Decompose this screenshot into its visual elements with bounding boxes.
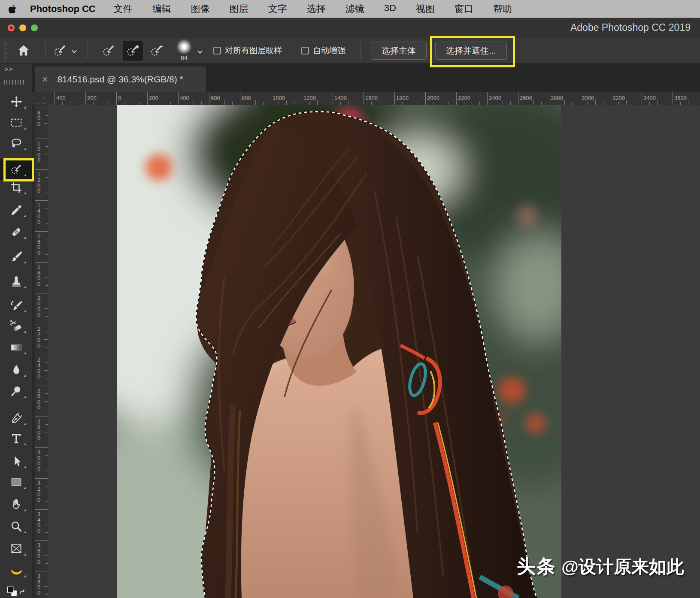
ruler-label: 2600 — [520, 95, 532, 101]
ruler-label: 1200 — [303, 95, 316, 101]
watermark-logo: 头条 — [517, 556, 556, 577]
ruler-label: 400 — [180, 95, 189, 101]
chevron-down-icon[interactable] — [197, 48, 203, 56]
tool-spot-healing-brush[interactable] — [0, 222, 32, 242]
ruler-label: 3200 — [37, 480, 41, 503]
subtract-from-selection-mode-button[interactable] — [147, 41, 167, 60]
tool-pen[interactable] — [0, 408, 32, 429]
divider — [171, 42, 171, 59]
options-bar-grip[interactable] — [4, 41, 7, 60]
apple-icon[interactable] — [9, 4, 17, 14]
sample-all-layers-checkbox[interactable]: 对所有图层取样 — [213, 38, 282, 63]
quick-selection-tool-preset[interactable] — [52, 42, 69, 59]
app-name[interactable]: Photoshop CC — [30, 3, 96, 15]
document-canvas-image[interactable] — [117, 105, 561, 598]
tool-type[interactable] — [0, 428, 32, 449]
tool-dodge[interactable] — [0, 381, 32, 402]
tool-zoom[interactable] — [0, 516, 32, 537]
menu-item-10[interactable]: 窗口 — [455, 3, 473, 15]
tool-lasso[interactable] — [0, 133, 32, 154]
document-tab[interactable]: × 814516.psd @ 36.3%(RGB/8) * — [35, 66, 206, 92]
expand-panel-button[interactable]: >> — [4, 66, 13, 73]
checkbox-icon — [301, 47, 309, 54]
close-tab-icon[interactable]: × — [42, 74, 48, 85]
tool-path-selection[interactable] — [0, 451, 32, 471]
brush-size-picker[interactable]: 64 — [174, 39, 194, 61]
ruler-label: 2800 — [551, 95, 563, 101]
new-selection-mode-button[interactable] — [99, 41, 118, 60]
ruler-label: 800 — [242, 95, 251, 101]
panel-grip[interactable] — [4, 80, 24, 85]
menu-item-11[interactable]: 帮助 — [493, 3, 512, 15]
chevron-down-icon[interactable] — [71, 48, 77, 55]
watermark-handle: @设计原来如此 — [561, 557, 684, 577]
tools-panel-header: >> — [0, 63, 32, 92]
tool-eraser[interactable] — [0, 316, 32, 336]
ruler-label: 2800 — [37, 419, 41, 441]
tool-banana[interactable] — [0, 560, 32, 581]
home-icon[interactable] — [16, 43, 31, 58]
brush-size-value: 64 — [174, 54, 194, 61]
horizontal-ruler[interactable]: 4002000200400600800100012001400160018002… — [48, 92, 700, 105]
divider — [88, 42, 88, 59]
ruler-label: 2600 — [37, 388, 41, 410]
tool-brush[interactable] — [0, 246, 32, 267]
checkbox-icon — [213, 47, 221, 54]
tool-eyedropper[interactable] — [0, 200, 32, 220]
divider — [45, 42, 46, 59]
select-subject-button[interactable]: 选择主体 — [371, 42, 427, 60]
ruler-label: 1600 — [37, 233, 41, 256]
tool-rectangular-marquee[interactable] — [0, 112, 32, 133]
tool-gradient[interactable] — [0, 337, 32, 358]
tool-options-bar: 64 对所有图层取样 自动增强 选择主体 选择并遮住... — [0, 38, 700, 63]
ruler-label: 3600 — [674, 95, 687, 101]
close-window-button[interactable] — [8, 24, 15, 31]
ruler-label: 2400 — [37, 357, 41, 379]
tool-clone-stamp[interactable] — [0, 271, 32, 292]
tool-history-brush[interactable] — [0, 295, 32, 316]
watermark: 头条@设计原来如此 — [517, 554, 684, 579]
tool-rectangle[interactable] — [0, 472, 32, 492]
document-tab-strip: >> × 814516.psd @ 36.3%(RGB/8) * — [0, 63, 700, 92]
tool-move[interactable] — [0, 92, 32, 112]
photoshop-window: Photoshop CC 文件编辑图像图层文字选择滤镜3D视图窗口帮助 Adob… — [0, 0, 700, 598]
menu-item-5[interactable]: 文字 — [268, 3, 287, 15]
menu-item-2[interactable]: 编辑 — [152, 3, 171, 15]
ruler-label: 3800 — [37, 573, 41, 595]
ruler-label: 3000 — [582, 95, 594, 101]
zoom-window-button[interactable] — [31, 24, 38, 31]
ruler-label: 3400 — [37, 511, 41, 534]
menu-item-9[interactable]: 视图 — [416, 3, 435, 15]
tool-frame[interactable] — [0, 538, 32, 559]
menu-item-4[interactable]: 图层 — [230, 3, 248, 15]
menu-item-1[interactable]: 文件 — [114, 3, 133, 15]
window-title: Adobe Photoshop CC 2019 — [570, 22, 691, 33]
ruler-origin-corner[interactable] — [32, 92, 48, 105]
ruler-label: 1800 — [37, 264, 41, 287]
ruler-label: 200 — [149, 95, 158, 101]
add-to-selection-mode-button[interactable] — [123, 41, 142, 60]
tool-color-swatches[interactable] — [0, 582, 32, 598]
auto-enhance-checkbox[interactable]: 自动增强 — [301, 38, 345, 63]
ruler-label: 1800 — [396, 95, 409, 101]
vertical-ruler[interactable]: 8001000120014001600180020002200240026002… — [35, 105, 48, 598]
ruler-label: 1200 — [37, 172, 41, 194]
canvas-pasteboard[interactable]: 头条@设计原来如此 — [48, 105, 700, 598]
minimize-window-button[interactable] — [19, 24, 26, 31]
macos-menu-bar: Photoshop CC 文件编辑图像图层文字选择滤镜3D视图窗口帮助 — [0, 0, 700, 18]
menu-item-8[interactable]: 3D — [384, 3, 396, 15]
menu-item-6[interactable]: 选择 — [307, 3, 326, 15]
menu-item-3[interactable]: 图像 — [191, 3, 210, 15]
ruler-label: 1600 — [365, 95, 378, 101]
tutorial-highlight-select-and-mask — [430, 36, 515, 67]
menu-item-7[interactable]: 滤镜 — [345, 3, 364, 15]
tool-blur[interactable] — [0, 359, 32, 380]
tool-hand[interactable] — [0, 494, 32, 515]
ruler-label: 400 — [56, 95, 66, 101]
ruler-label: 200 — [87, 95, 97, 101]
brush-preview-icon — [176, 39, 192, 54]
ruler-label: 3200 — [612, 95, 625, 101]
ruler-label: 2400 — [489, 95, 501, 101]
ruler-label: 1000 — [273, 95, 285, 101]
document-tab-title: 814516.psd @ 36.3%(RGB/8) * — [57, 74, 183, 85]
